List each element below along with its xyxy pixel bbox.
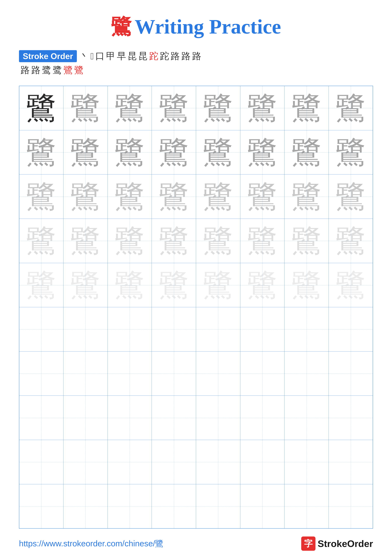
grid-cell[interactable]: 鷺	[240, 219, 285, 263]
grid-cell[interactable]: 鷺	[64, 219, 108, 263]
practice-char: 鷺	[19, 219, 63, 263]
grid-cell[interactable]: 鷺	[19, 263, 64, 307]
grid-cell[interactable]	[328, 484, 373, 528]
grid-cell[interactable]: 鷺	[107, 86, 152, 130]
grid-cell[interactable]: 鷺	[285, 130, 329, 175]
grid-cell[interactable]	[152, 484, 196, 528]
grid-cell[interactable]: 鷺	[19, 130, 64, 175]
grid-cell[interactable]: 鷺	[107, 175, 152, 219]
stroke-char: 𠃌	[90, 51, 94, 62]
grid-cell[interactable]: 鷺	[240, 130, 285, 175]
grid-cell[interactable]	[285, 307, 329, 351]
grid-cell[interactable]	[107, 440, 152, 484]
grid-cell[interactable]	[64, 484, 108, 528]
grid-cell[interactable]	[240, 440, 285, 484]
grid-cell[interactable]	[328, 396, 373, 440]
grid-cell[interactable]: 鷺	[328, 263, 373, 307]
grid-cell[interactable]: 鷺	[107, 263, 152, 307]
grid-cell[interactable]: 鷺	[285, 219, 329, 263]
grid-cell[interactable]: 鷺	[19, 86, 64, 130]
grid-cell[interactable]: 鷺	[328, 130, 373, 175]
practice-char: 鷺	[152, 219, 196, 263]
grid-cell[interactable]	[285, 396, 329, 440]
grid-cell[interactable]	[107, 396, 152, 440]
grid-cell[interactable]	[64, 396, 108, 440]
stroke-char: 昆	[128, 50, 137, 62]
grid-cell[interactable]	[152, 440, 196, 484]
practice-char: 鷺	[152, 130, 196, 175]
grid-cell[interactable]	[196, 440, 240, 484]
grid-cell[interactable]: 鷺	[152, 175, 196, 219]
grid-cell[interactable]	[240, 484, 285, 528]
grid-cell[interactable]: 鷺	[19, 175, 64, 219]
grid-cell[interactable]	[152, 396, 196, 440]
practice-char: 鷺	[196, 263, 240, 307]
grid-cell[interactable]	[196, 351, 240, 396]
grid-cell[interactable]: 鷺	[240, 175, 285, 219]
grid-cell[interactable]: 鷺	[64, 263, 108, 307]
grid-cell[interactable]: 鷺	[152, 263, 196, 307]
grid-cell[interactable]: 鷺	[107, 219, 152, 263]
grid-cell[interactable]	[19, 440, 64, 484]
grid-cell[interactable]: 鷺	[240, 86, 285, 130]
grid-cell[interactable]	[19, 307, 64, 351]
practice-char: 鷺	[19, 263, 63, 307]
grid-cell[interactable]	[107, 484, 152, 528]
stroke-order-section: Stroke Order 丶 𠃌 口 甲 早 昆 昆 跎 跎 路 路 路 路 路…	[19, 50, 373, 76]
practice-char: 鷺	[240, 175, 285, 219]
grid-cell[interactable]: 鷺	[196, 86, 240, 130]
grid-cell[interactable]: 鷺	[152, 86, 196, 130]
grid-cell[interactable]	[328, 307, 373, 351]
grid-cell[interactable]	[285, 440, 329, 484]
grid-cell[interactable]: 鷺	[196, 219, 240, 263]
grid-cell[interactable]: 鷺	[107, 130, 152, 175]
practice-char: 鷺	[285, 219, 328, 263]
grid-cell[interactable]: 鷺	[328, 175, 373, 219]
practice-char: 鷺	[152, 175, 196, 219]
table-row: 鷺 鷺 鷺 鷺 鷺 鷺 鷺 鷺	[19, 86, 373, 130]
practice-char: 鷺	[329, 263, 373, 307]
practice-char: 鷺	[240, 263, 285, 307]
grid-cell[interactable]: 鷺	[285, 263, 329, 307]
practice-char: 鷺	[196, 175, 240, 219]
grid-cell[interactable]: 鷺	[64, 130, 108, 175]
practice-char: 鷺	[64, 130, 107, 175]
grid-cell[interactable]	[240, 396, 285, 440]
grid-cell[interactable]	[64, 307, 108, 351]
table-row: 鷺 鷺 鷺 鷺 鷺 鷺 鷺 鷺	[19, 219, 373, 263]
grid-cell[interactable]	[152, 307, 196, 351]
grid-cell[interactable]: 鷺	[64, 175, 108, 219]
grid-cell[interactable]	[152, 351, 196, 396]
grid-cell[interactable]	[240, 307, 285, 351]
grid-cell[interactable]	[196, 307, 240, 351]
grid-cell[interactable]	[240, 351, 285, 396]
grid-cell[interactable]: 鷺	[196, 263, 240, 307]
practice-grid[interactable]: 鷺 鷺 鷺 鷺 鷺 鷺 鷺 鷺 鷺 鷺 鷺 鷺 鷺 鷺 鷺 鷺	[19, 86, 373, 529]
grid-cell[interactable]	[19, 484, 64, 528]
grid-cell[interactable]	[196, 396, 240, 440]
grid-cell[interactable]	[285, 484, 329, 528]
grid-cell[interactable]	[328, 351, 373, 396]
grid-cell[interactable]	[19, 351, 64, 396]
grid-cell[interactable]	[19, 396, 64, 440]
grid-cell[interactable]: 鷺	[196, 175, 240, 219]
grid-cell[interactable]: 鷺	[328, 86, 373, 130]
grid-cell[interactable]	[328, 440, 373, 484]
grid-cell[interactable]: 鷺	[152, 130, 196, 175]
grid-cell[interactable]: 鷺	[64, 86, 108, 130]
grid-cell[interactable]: 鷺	[19, 219, 64, 263]
grid-cell[interactable]	[196, 484, 240, 528]
grid-cell[interactable]: 鷺	[328, 219, 373, 263]
grid-cell[interactable]	[64, 440, 108, 484]
grid-cell[interactable]: 鷺	[285, 86, 329, 130]
grid-cell[interactable]: 鷺	[152, 219, 196, 263]
grid-cell[interactable]: 鷺	[240, 263, 285, 307]
stroke-char: 鷺	[64, 64, 73, 76]
grid-cell[interactable]	[64, 351, 108, 396]
grid-cell[interactable]	[107, 351, 152, 396]
grid-cell[interactable]	[285, 351, 329, 396]
grid-cell[interactable]: 鷺	[285, 175, 329, 219]
grid-cell[interactable]	[107, 307, 152, 351]
footer-url[interactable]: https://www.strokeorder.com/chinese/鷺	[19, 538, 163, 549]
grid-cell[interactable]: 鷺	[196, 130, 240, 175]
